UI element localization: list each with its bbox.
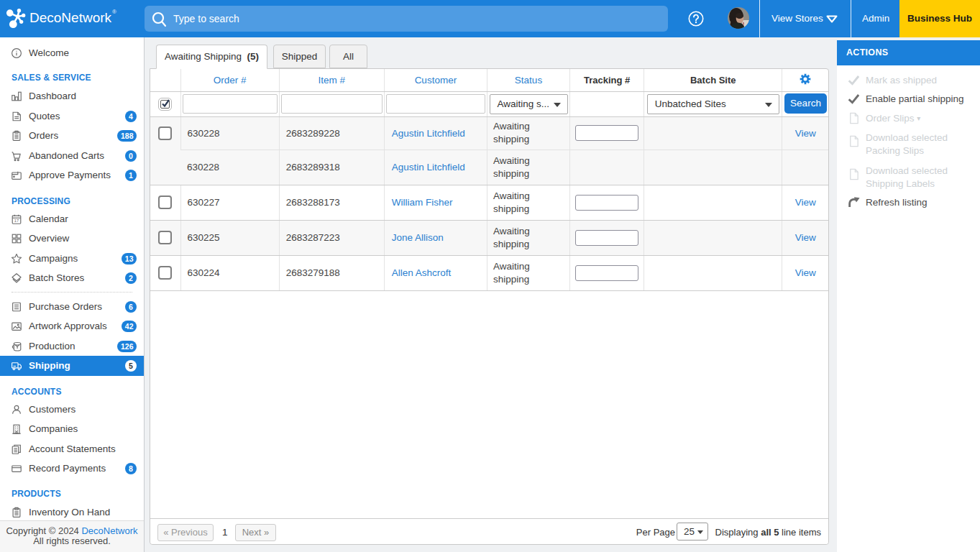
svg-text:17: 17 [14,218,19,223]
